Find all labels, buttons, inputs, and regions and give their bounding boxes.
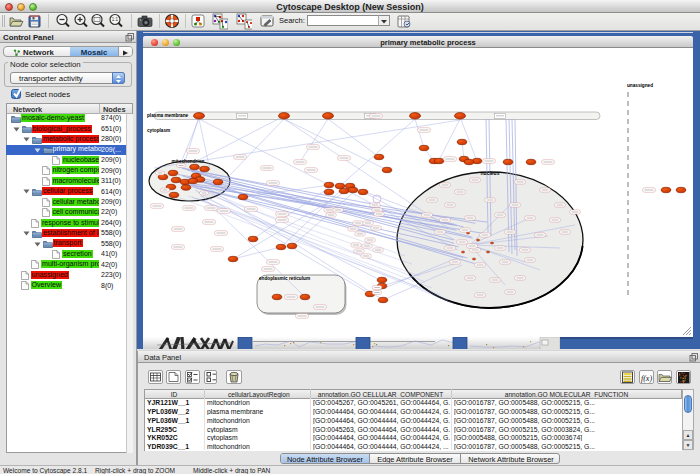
svg-text:unassigned: unassigned — [627, 83, 653, 88]
svg-text:f(x): f(x) — [641, 374, 652, 383]
svg-text:endoplasmic reticulum: endoplasmic reticulum — [259, 276, 310, 281]
svg-text:1:1: 1:1 — [112, 17, 119, 22]
svg-text:cytoplasm: cytoplasm — [147, 128, 170, 133]
svg-text:nucleus: nucleus — [481, 170, 500, 176]
svg-text:mitochondrion: mitochondrion — [172, 159, 205, 164]
svg-text:plasma membrane: plasma membrane — [147, 113, 189, 118]
